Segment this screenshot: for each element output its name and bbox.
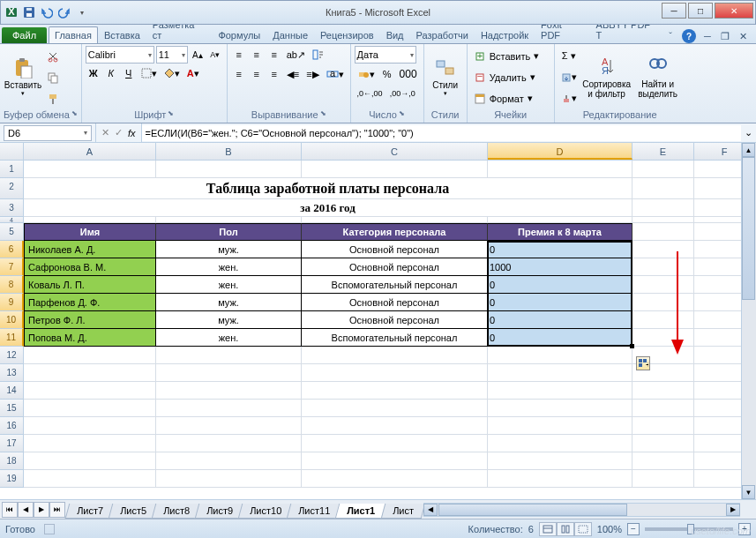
sheet-tab[interactable]: Лист11	[287, 504, 342, 519]
save-icon[interactable]	[22, 5, 36, 19]
row-header[interactable]: 11	[0, 329, 24, 347]
row-header[interactable]: 9	[0, 294, 24, 311]
sheet-nav-last-icon[interactable]: ⏭	[49, 502, 65, 518]
table-header[interactable]: Премия к 8 марта	[488, 223, 632, 241]
zoom-in-button[interactable]: +	[738, 523, 751, 535]
sheet-tab[interactable]: Лист5	[109, 504, 159, 519]
scroll-left-icon[interactable]: ◀	[423, 504, 438, 516]
view-pagebreak-icon[interactable]	[574, 522, 592, 536]
tab-formulas[interactable]: Формулы	[212, 26, 266, 43]
font-launcher-icon[interactable]: ⬊	[168, 109, 174, 120]
increase-decimal-icon[interactable]: ,0←,00	[355, 85, 385, 102]
autosum-button[interactable]: Σ ▾	[558, 48, 580, 65]
workbook-minimize-icon[interactable]: ─	[701, 30, 714, 42]
cells-area[interactable]: Таблица заработной платы персонала за 20…	[24, 161, 756, 499]
row-header[interactable]: 6	[0, 241, 24, 258]
format-cells-button[interactable]: Формат ▾	[471, 90, 550, 108]
sheet-nav-next-icon[interactable]: ▶	[34, 502, 49, 518]
border-button[interactable]: ▾	[138, 64, 160, 82]
row-header[interactable]: 8	[0, 276, 24, 294]
col-header-a[interactable]: A	[24, 143, 156, 160]
scroll-thumb[interactable]	[742, 161, 755, 300]
align-right-icon[interactable]: ≡	[266, 65, 282, 83]
report-subtitle[interactable]: за 2016 год	[24, 199, 632, 217]
align-center-icon[interactable]: ≡	[249, 65, 265, 83]
minimize-ribbon-icon[interactable]: ˇ	[664, 30, 677, 42]
table-header[interactable]: Пол	[156, 223, 302, 241]
scroll-thumb[interactable]	[438, 504, 627, 516]
tab-addins[interactable]: Надстройк	[475, 26, 535, 43]
help-icon[interactable]: ?	[682, 29, 696, 43]
row-header[interactable]: 13	[0, 364, 24, 382]
col-header-c[interactable]: C	[302, 143, 488, 160]
qat-customize-icon[interactable]: ▾	[75, 5, 89, 19]
minimize-button[interactable]: ─	[662, 3, 686, 19]
file-tab[interactable]: Файл	[2, 27, 47, 43]
sheet-tab[interactable]: Лист1	[335, 504, 387, 519]
tab-insert[interactable]: Вставка	[98, 26, 146, 43]
font-color-button[interactable]: A▾	[184, 64, 202, 82]
autofill-options-icon[interactable]: +	[636, 356, 650, 370]
insert-cells-button[interactable]: +Вставить ▾	[471, 48, 550, 65]
sheet-nav-first-icon[interactable]: ⏮	[2, 502, 18, 518]
clipboard-launcher-icon[interactable]: ⬊	[71, 109, 78, 120]
tab-data[interactable]: Данные	[266, 26, 314, 43]
zoom-handle[interactable]	[687, 524, 694, 534]
redo-icon[interactable]	[57, 5, 71, 19]
sheet-tab[interactable]: Лист9	[195, 504, 245, 519]
alignment-launcher-icon[interactable]: ⬊	[320, 109, 326, 120]
decrease-indent-icon[interactable]: ◀≡	[284, 65, 302, 83]
col-header-b[interactable]: B	[156, 143, 302, 160]
align-bottom-icon[interactable]: ≡	[266, 46, 282, 64]
row-header[interactable]: 16	[0, 417, 24, 435]
styles-button[interactable]: Стили ▾	[428, 46, 463, 108]
fx-icon[interactable]: fx	[128, 128, 136, 138]
row-header[interactable]: 18	[0, 452, 24, 470]
row-header[interactable]: 19	[0, 470, 24, 488]
row-header[interactable]: 4	[0, 217, 24, 223]
cut-button[interactable]	[44, 48, 62, 65]
align-top-icon[interactable]: ≡	[231, 46, 247, 64]
format-painter-button[interactable]	[44, 90, 62, 108]
scroll-right-icon[interactable]: ▶	[726, 504, 740, 516]
decrease-decimal-icon[interactable]: ,00→,0	[387, 85, 418, 102]
bold-button[interactable]: Ж	[86, 64, 101, 82]
clear-button[interactable]: ▾	[558, 90, 580, 108]
tab-view[interactable]: Вид	[380, 26, 410, 43]
enter-formula-icon[interactable]: ✓	[115, 127, 123, 138]
close-button[interactable]: ✕	[715, 3, 753, 19]
zoom-level[interactable]: 100%	[597, 524, 622, 534]
increase-font-icon[interactable]: A▴	[190, 46, 206, 64]
align-left-icon[interactable]: ≡	[231, 65, 247, 83]
number-format-combo[interactable]: Дата▾	[355, 46, 416, 64]
accounting-format-icon[interactable]: ▾	[355, 65, 378, 83]
sheet-nav-prev-icon[interactable]: ◀	[18, 502, 34, 518]
underline-button[interactable]: Ч	[121, 64, 137, 82]
workbook-restore-icon[interactable]: ❐	[719, 30, 731, 42]
comma-format-icon[interactable]: 000	[397, 65, 420, 83]
font-size-combo[interactable]: 11▾	[156, 46, 188, 64]
formula-input[interactable]: =ЕСЛИ(И(B6="жен."; C6="Основной персонал…	[142, 125, 741, 141]
report-title[interactable]: Таблица заработной платы персонала	[24, 178, 632, 199]
fill-color-button[interactable]: ▾	[161, 64, 183, 82]
select-all-corner[interactable]	[0, 143, 24, 160]
horizontal-scrollbar[interactable]: ◀ ▶	[423, 503, 740, 517]
row-header[interactable]: 5	[0, 223, 24, 241]
sheet-tab[interactable]: Лист8	[152, 504, 202, 519]
fill-handle[interactable]	[630, 344, 634, 348]
row-header[interactable]: 12	[0, 347, 24, 364]
workbook-close-icon[interactable]: ✕	[737, 30, 749, 42]
row-header[interactable]: 2	[0, 178, 24, 199]
copy-button[interactable]	[44, 69, 62, 86]
row-header[interactable]: 1	[0, 161, 24, 178]
col-header-e[interactable]: E	[632, 143, 694, 160]
tab-home[interactable]: Главная	[49, 26, 98, 43]
table-header[interactable]: Имя	[24, 223, 156, 241]
merge-icon[interactable]: a▾	[324, 65, 347, 83]
undo-icon[interactable]	[40, 5, 54, 19]
col-header-d[interactable]: D	[488, 143, 632, 160]
zoom-out-button[interactable]: −	[627, 523, 640, 535]
percent-format-icon[interactable]: %	[379, 65, 395, 83]
view-normal-icon[interactable]	[539, 522, 557, 536]
delete-cells-button[interactable]: −Удалить ▾	[471, 69, 550, 86]
